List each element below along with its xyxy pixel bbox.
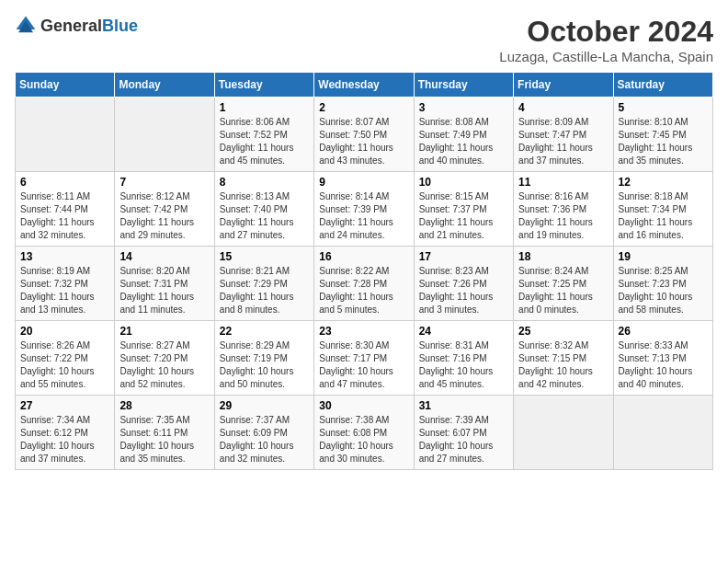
day-of-week-header: Friday [514, 73, 613, 98]
calendar-day-cell: 10Sunrise: 8:15 AM Sunset: 7:37 PM Dayli… [414, 172, 513, 247]
day-number: 5 [619, 101, 708, 114]
calendar-day-cell: 6Sunrise: 8:11 AM Sunset: 7:44 PM Daylig… [16, 172, 115, 247]
day-detail: Sunrise: 8:21 AM Sunset: 7:29 PM Dayligh… [220, 265, 309, 316]
calendar-day-cell: 2Sunrise: 8:07 AM Sunset: 7:50 PM Daylig… [314, 98, 414, 172]
calendar-day-cell [115, 98, 214, 172]
calendar-day-cell: 4Sunrise: 8:09 AM Sunset: 7:47 PM Daylig… [514, 98, 613, 172]
calendar-day-cell: 16Sunrise: 8:22 AM Sunset: 7:28 PM Dayli… [314, 247, 414, 321]
day-number: 16 [319, 250, 408, 263]
calendar-day-cell: 27Sunrise: 7:34 AM Sunset: 6:12 PM Dayli… [16, 396, 115, 470]
day-detail: Sunrise: 7:35 AM Sunset: 6:11 PM Dayligh… [119, 414, 209, 465]
logo-icon [15, 15, 37, 37]
day-detail: Sunrise: 8:24 AM Sunset: 7:25 PM Dayligh… [518, 265, 608, 316]
day-number: 12 [619, 176, 708, 189]
day-detail: Sunrise: 8:16 AM Sunset: 7:36 PM Dayligh… [518, 190, 608, 242]
day-detail: Sunrise: 8:20 AM Sunset: 7:31 PM Dayligh… [119, 265, 209, 316]
month-year-title: October 2024 [499, 15, 713, 49]
day-detail: Sunrise: 7:34 AM Sunset: 6:12 PM Dayligh… [20, 414, 109, 465]
day-detail: Sunrise: 7:38 AM Sunset: 6:08 PM Dayligh… [319, 414, 408, 465]
day-number: 22 [220, 325, 309, 338]
day-number: 7 [119, 176, 209, 189]
day-detail: Sunrise: 8:30 AM Sunset: 7:17 PM Dayligh… [319, 339, 408, 391]
day-number: 23 [319, 325, 408, 338]
day-number: 27 [20, 399, 109, 412]
calendar-day-cell: 23Sunrise: 8:30 AM Sunset: 7:17 PM Dayli… [314, 321, 414, 396]
calendar-day-cell: 13Sunrise: 8:19 AM Sunset: 7:32 PM Dayli… [16, 247, 115, 321]
day-number: 3 [419, 101, 508, 114]
day-number: 13 [20, 250, 109, 263]
calendar-day-cell: 9Sunrise: 8:14 AM Sunset: 7:39 PM Daylig… [314, 172, 414, 247]
day-detail: Sunrise: 8:18 AM Sunset: 7:34 PM Dayligh… [619, 190, 708, 242]
calendar-day-cell: 18Sunrise: 8:24 AM Sunset: 7:25 PM Dayli… [514, 247, 613, 321]
page-header: GeneralBlue October 2024 Luzaga, Castill… [15, 15, 713, 64]
calendar-day-cell: 1Sunrise: 8:06 AM Sunset: 7:52 PM Daylig… [214, 98, 313, 172]
calendar-day-cell: 19Sunrise: 8:25 AM Sunset: 7:23 PM Dayli… [613, 247, 712, 321]
logo: GeneralBlue [15, 15, 138, 37]
day-number: 2 [319, 101, 408, 114]
calendar-day-cell: 17Sunrise: 8:23 AM Sunset: 7:26 PM Dayli… [414, 247, 513, 321]
calendar-day-cell: 12Sunrise: 8:18 AM Sunset: 7:34 PM Dayli… [613, 172, 712, 247]
title-block: October 2024 Luzaga, Castille-La Mancha,… [499, 15, 713, 64]
day-detail: Sunrise: 8:13 AM Sunset: 7:40 PM Dayligh… [220, 190, 309, 242]
calendar-day-cell: 25Sunrise: 8:32 AM Sunset: 7:15 PM Dayli… [514, 321, 613, 396]
day-number: 18 [518, 250, 608, 263]
calendar-day-cell: 3Sunrise: 8:08 AM Sunset: 7:49 PM Daylig… [414, 98, 513, 172]
location-subtitle: Luzaga, Castille-La Mancha, Spain [499, 49, 713, 64]
day-number: 10 [419, 176, 508, 189]
day-detail: Sunrise: 8:14 AM Sunset: 7:39 PM Dayligh… [319, 190, 408, 242]
day-number: 30 [319, 399, 408, 412]
calendar-day-cell [514, 396, 613, 470]
calendar-day-cell: 20Sunrise: 8:26 AM Sunset: 7:22 PM Dayli… [16, 321, 115, 396]
day-detail: Sunrise: 8:08 AM Sunset: 7:49 PM Dayligh… [419, 116, 508, 167]
calendar-day-cell: 26Sunrise: 8:33 AM Sunset: 7:13 PM Dayli… [613, 321, 712, 396]
day-detail: Sunrise: 7:39 AM Sunset: 6:07 PM Dayligh… [419, 414, 508, 465]
day-detail: Sunrise: 8:11 AM Sunset: 7:44 PM Dayligh… [20, 190, 109, 242]
day-detail: Sunrise: 8:19 AM Sunset: 7:32 PM Dayligh… [20, 265, 109, 316]
day-detail: Sunrise: 8:15 AM Sunset: 7:37 PM Dayligh… [419, 190, 508, 242]
calendar-week-row: 13Sunrise: 8:19 AM Sunset: 7:32 PM Dayli… [16, 247, 713, 321]
day-detail: Sunrise: 8:10 AM Sunset: 7:45 PM Dayligh… [619, 116, 708, 167]
day-detail: Sunrise: 8:25 AM Sunset: 7:23 PM Dayligh… [619, 265, 708, 316]
day-detail: Sunrise: 7:37 AM Sunset: 6:09 PM Dayligh… [220, 414, 309, 465]
day-number: 15 [220, 250, 309, 263]
day-number: 8 [220, 176, 309, 189]
calendar-day-cell: 11Sunrise: 8:16 AM Sunset: 7:36 PM Dayli… [514, 172, 613, 247]
calendar-table: SundayMondayTuesdayWednesdayThursdayFrid… [15, 72, 713, 470]
day-number: 20 [20, 325, 109, 338]
calendar-day-cell: 22Sunrise: 8:29 AM Sunset: 7:19 PM Dayli… [214, 321, 313, 396]
day-number: 1 [220, 101, 309, 114]
calendar-day-cell: 5Sunrise: 8:10 AM Sunset: 7:45 PM Daylig… [613, 98, 712, 172]
calendar-day-cell [613, 396, 712, 470]
day-detail: Sunrise: 8:12 AM Sunset: 7:42 PM Dayligh… [119, 190, 209, 242]
calendar-day-cell: 29Sunrise: 7:37 AM Sunset: 6:09 PM Dayli… [214, 396, 313, 470]
day-number: 29 [220, 399, 309, 412]
calendar-day-cell: 15Sunrise: 8:21 AM Sunset: 7:29 PM Dayli… [214, 247, 313, 321]
day-number: 21 [119, 325, 209, 338]
day-detail: Sunrise: 8:07 AM Sunset: 7:50 PM Dayligh… [319, 116, 408, 167]
calendar-header-row: SundayMondayTuesdayWednesdayThursdayFrid… [16, 73, 713, 98]
day-detail: Sunrise: 8:22 AM Sunset: 7:28 PM Dayligh… [319, 265, 408, 316]
calendar-day-cell: 28Sunrise: 7:35 AM Sunset: 6:11 PM Dayli… [115, 396, 214, 470]
day-detail: Sunrise: 8:23 AM Sunset: 7:26 PM Dayligh… [419, 265, 508, 316]
day-number: 19 [619, 250, 708, 263]
day-number: 4 [518, 101, 608, 114]
day-detail: Sunrise: 8:27 AM Sunset: 7:20 PM Dayligh… [119, 339, 209, 391]
day-of-week-header: Monday [115, 73, 214, 98]
day-number: 28 [119, 399, 209, 412]
day-number: 24 [419, 325, 508, 338]
day-number: 6 [20, 176, 109, 189]
day-detail: Sunrise: 8:32 AM Sunset: 7:15 PM Dayligh… [518, 339, 608, 391]
day-number: 17 [419, 250, 508, 263]
day-detail: Sunrise: 8:26 AM Sunset: 7:22 PM Dayligh… [20, 339, 109, 391]
day-number: 31 [419, 399, 508, 412]
calendar-week-row: 20Sunrise: 8:26 AM Sunset: 7:22 PM Dayli… [16, 321, 713, 396]
day-detail: Sunrise: 8:09 AM Sunset: 7:47 PM Dayligh… [518, 116, 608, 167]
day-of-week-header: Saturday [613, 73, 712, 98]
calendar-day-cell [16, 98, 115, 172]
calendar-day-cell: 21Sunrise: 8:27 AM Sunset: 7:20 PM Dayli… [115, 321, 214, 396]
day-number: 25 [518, 325, 608, 338]
calendar-day-cell: 30Sunrise: 7:38 AM Sunset: 6:08 PM Dayli… [314, 396, 414, 470]
day-number: 9 [319, 176, 408, 189]
calendar-week-row: 1Sunrise: 8:06 AM Sunset: 7:52 PM Daylig… [16, 98, 713, 172]
day-number: 14 [119, 250, 209, 263]
